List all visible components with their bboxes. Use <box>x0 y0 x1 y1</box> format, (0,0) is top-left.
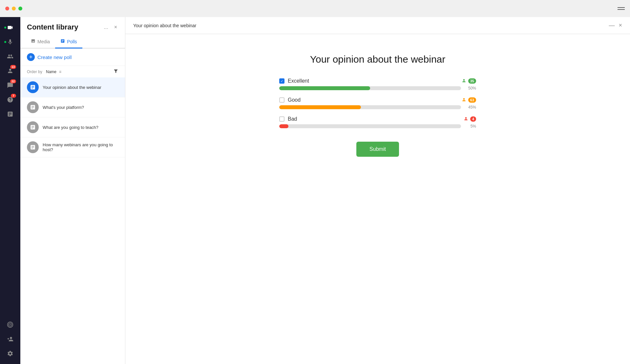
option-stats-excellent: 35 <box>462 78 476 84</box>
poll-item-4[interactable]: How many webinars are you going to host? <box>20 137 125 157</box>
sidebar-icon-video[interactable] <box>4 21 17 34</box>
minimize-button[interactable]: — <box>609 22 615 29</box>
progress-fill-good <box>279 105 361 109</box>
poll-list: Your opinion about the webinar What's yo… <box>20 77 125 364</box>
sidebar-icon-settings[interactable] <box>4 347 17 360</box>
order-bar: Order by Name ≡ <box>20 66 125 77</box>
poll-option-good-header: Good 63 <box>279 97 476 103</box>
progress-bg-bad <box>279 124 461 128</box>
panel-title: Content library <box>27 23 78 31</box>
option-stats-bad: 4 <box>464 116 476 122</box>
sidebar-icon-add-person[interactable] <box>4 333 17 346</box>
poll-option-excellent: ✓ Excellent 35 50% <box>279 78 476 91</box>
checkbox-excellent[interactable]: ✓ <box>279 78 284 84</box>
poll-item-3[interactable]: What are you going to teach? <box>20 117 125 137</box>
hamburger-menu[interactable] <box>618 7 625 10</box>
content-header: Your opinion about the webinar — × <box>125 17 630 34</box>
traffic-light-green[interactable] <box>18 7 22 10</box>
sidebar-icon-target[interactable] <box>4 318 17 331</box>
plus-icon: + <box>27 53 35 61</box>
count-good: 63 <box>468 97 476 103</box>
option-label-excellent: Excellent <box>288 78 458 84</box>
sidebar-icon-chat[interactable]: 22 <box>4 79 17 92</box>
chat-badge: 22 <box>10 79 16 83</box>
filter-icon[interactable] <box>113 69 118 75</box>
progress-fill-bad <box>279 124 288 128</box>
order-by-label: Order by <box>27 70 42 74</box>
svg-point-2 <box>10 324 10 325</box>
main-content: Your opinion about the webinar — × Your … <box>125 17 630 364</box>
create-new-poll-button[interactable]: + Create new poll <box>20 49 125 66</box>
sidebar-icon-participants[interactable]: 13 <box>4 64 17 77</box>
left-sidebar: 13 22 7 <box>0 17 20 364</box>
polls-tab-icon <box>60 39 65 44</box>
sidebar-icon-qa[interactable]: 7 <box>4 93 17 106</box>
poll-option-bad: Bad 4 5% <box>279 116 476 129</box>
progress-bar-bad: 5% <box>279 124 476 129</box>
user-icon-bad <box>464 116 468 122</box>
content-header-actions: — × <box>609 22 622 29</box>
option-stats-good: 63 <box>462 97 476 103</box>
close-panel-button[interactable]: × <box>113 23 118 31</box>
poll-name-2: What's your platform? <box>43 105 84 110</box>
submit-button[interactable]: Submit <box>356 142 399 157</box>
checkbox-bad[interactable] <box>279 116 284 122</box>
progress-fill-excellent <box>279 86 370 90</box>
count-bad: 4 <box>470 116 476 122</box>
option-label-good: Good <box>288 97 458 103</box>
poll-avatar-1 <box>27 81 39 93</box>
progress-bar-good: 45% <box>279 105 476 110</box>
tabs-container: Media Polls <box>20 35 125 49</box>
submit-wrap: Submit <box>356 142 399 157</box>
tab-media[interactable]: Media <box>26 35 55 49</box>
content-header-title: Your opinion about the webinar <box>133 23 197 28</box>
poll-item-2[interactable]: What's your platform? <box>20 97 125 117</box>
create-poll-label: Create new poll <box>37 54 72 60</box>
media-tab-icon <box>31 39 35 44</box>
participants-badge: 13 <box>10 65 16 69</box>
poll-option-good: Good 63 45% <box>279 97 476 110</box>
poll-item-1[interactable]: Your opinion about the webinar <box>20 77 125 97</box>
tab-polls-label: Polls <box>67 39 77 44</box>
tab-polls[interactable]: Polls <box>55 35 82 49</box>
poll-name-4: How many webinars are you going to host? <box>43 142 118 152</box>
sidebar-icon-polls[interactable] <box>4 108 17 121</box>
poll-question: Your opinion about the webinar <box>310 54 446 65</box>
panel-sidebar: Content library ... × Media Polls <box>20 17 125 364</box>
poll-option-excellent-header: ✓ Excellent 35 <box>279 78 476 84</box>
poll-options-container: ✓ Excellent 35 50% <box>279 78 476 129</box>
pct-good: 45% <box>464 105 476 110</box>
tab-media-label: Media <box>37 39 50 44</box>
panel-header: Content library ... × <box>20 17 125 31</box>
order-by: Order by Name ≡ <box>27 70 61 74</box>
sort-icon[interactable]: ≡ <box>59 70 61 74</box>
poll-name-1: Your opinion about the webinar <box>43 85 101 90</box>
more-options-button[interactable]: ... <box>102 23 109 31</box>
option-label-bad: Bad <box>288 116 460 122</box>
poll-name-3: What are you going to teach? <box>43 125 98 130</box>
pct-excellent: 50% <box>464 86 476 91</box>
traffic-light-yellow[interactable] <box>12 7 16 10</box>
qa-badge: 7 <box>11 94 16 98</box>
sidebar-icon-microphone[interactable] <box>4 35 17 49</box>
app-container: 13 22 7 Content library ... <box>0 17 630 364</box>
progress-bar-excellent: 50% <box>279 86 476 91</box>
progress-bg-excellent <box>279 86 461 90</box>
user-icon-good <box>462 97 466 103</box>
progress-bg-good <box>279 105 461 109</box>
traffic-light-red[interactable] <box>5 7 9 10</box>
panel-header-actions: ... × <box>102 23 118 31</box>
pct-bad: 5% <box>464 124 476 129</box>
sidebar-icon-people[interactable] <box>4 50 17 63</box>
checkbox-good[interactable] <box>279 97 284 103</box>
poll-avatar-4 <box>27 141 39 153</box>
poll-avatar-3 <box>27 121 39 133</box>
poll-option-bad-header: Bad 4 <box>279 116 476 122</box>
order-name: Name <box>46 70 56 74</box>
title-bar <box>0 0 630 17</box>
poll-display: Your opinion about the webinar ✓ Excelle… <box>125 34 630 364</box>
poll-avatar-2 <box>27 101 39 113</box>
close-content-button[interactable]: × <box>619 22 622 29</box>
user-icon-excellent <box>462 78 466 84</box>
count-excellent: 35 <box>468 78 476 84</box>
